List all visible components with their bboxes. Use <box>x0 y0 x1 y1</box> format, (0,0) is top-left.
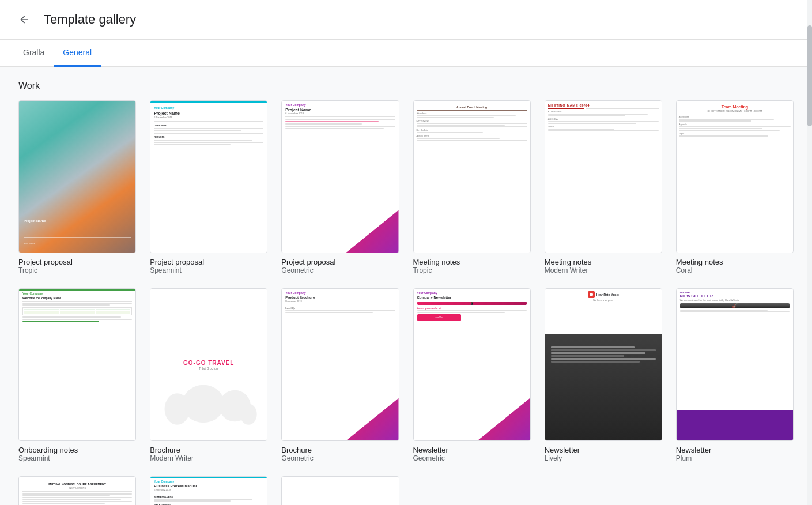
template-thumb: GO-GO TRAVEL Tribal Brochure <box>150 288 267 441</box>
template-thumb: Team Meeting 30 SEPTEMBER 2018 | MONDAY … <box>676 100 794 253</box>
scrollbar-track <box>807 0 812 505</box>
scrollbar-thumb[interactable] <box>807 25 812 126</box>
template-name: Project proposal <box>281 258 399 266</box>
template-name: Newsletter <box>545 446 662 454</box>
template-sub: Geometric <box>413 454 531 462</box>
template-thumb: Project Name Your Name <box>18 100 136 253</box>
main-content: Work Project Name Your Name Project prop… <box>0 67 812 505</box>
template-name: Project proposal <box>18 258 136 266</box>
template-thumb: Consulting Agreement Template <box>281 476 399 505</box>
template-thumb: Annual Board Meeting Attendees Key Revie… <box>413 100 531 253</box>
template-meeting-notes-tropic[interactable]: Annual Board Meeting Attendees Key Revie… <box>413 100 531 274</box>
template-sub: Geometric <box>281 266 399 274</box>
template-name: Brochure <box>281 446 399 454</box>
template-name: Newsletter <box>413 446 531 454</box>
template-thumb: Your Company Business Process Manual 6 F… <box>150 476 267 505</box>
template-thumb: MEETING NAME 09/04 ATTENDEES AGENDA TOPI… <box>545 100 662 253</box>
template-meeting-notes-modern[interactable]: MEETING NAME 09/04 ATTENDEES AGENDA TOPI… <box>545 100 662 274</box>
template-project-proposal-spearmint[interactable]: Your Company Project Name 6 November 201… <box>150 100 267 274</box>
template-thumb: Your Company Project Name 6 November 201… <box>281 100 399 253</box>
back-button[interactable] <box>14 9 35 30</box>
template-newsletter-lively[interactable]: HeartRate Music We have a surprise! <box>545 288 662 462</box>
template-thumb: Your Company Project Name 6 November 201… <box>150 100 267 253</box>
template-thumb: Your Company Product Brochure November 2… <box>281 288 399 441</box>
back-icon <box>18 14 30 25</box>
template-consulting[interactable]: Consulting Agreement Template Consulting… <box>281 476 399 505</box>
template-thumb: MUTUAL NONDISCLOSURE AGREEMENT INSTRUCTI… <box>18 476 136 505</box>
template-name: Onboarding notes <box>18 446 136 454</box>
template-brochure-modern[interactable]: GO-GO TRAVEL Tribal Brochure Brochur <box>150 288 267 462</box>
svg-point-1 <box>183 385 225 423</box>
template-name: Meeting notes <box>413 258 531 266</box>
template-nda[interactable]: MUTUAL NONDISCLOSURE AGREEMENT INSTRUCTI… <box>18 476 136 505</box>
template-sub: Geometric <box>281 454 399 462</box>
template-sub: Tropic <box>413 266 531 274</box>
template-name: Meeting notes <box>545 258 662 266</box>
templates-grid: Project Name Your Name Project proposal … <box>18 100 794 505</box>
tabs-bar: Gralla General <box>0 40 812 67</box>
template-thumb: Your Company Company Newsletter 📱 Lorem … <box>413 288 531 441</box>
template-name: Project proposal <box>150 258 267 266</box>
template-sub: Tropic <box>18 266 136 274</box>
template-name: Newsletter <box>676 446 794 454</box>
template-name: Meeting notes <box>676 258 794 266</box>
template-sub: Modern Writer <box>545 266 662 274</box>
template-meeting-notes-coral[interactable]: Team Meeting 30 SEPTEMBER 2018 | MONDAY … <box>676 100 794 274</box>
template-name: Brochure <box>150 446 267 454</box>
header: Template gallery <box>0 0 812 40</box>
template-thumb: Your Company Welcome to Company Name <box>18 288 136 441</box>
tab-gralla[interactable]: Gralla <box>14 40 54 67</box>
template-sub: Modern Writer <box>150 454 267 462</box>
template-sub: Coral <box>676 266 794 274</box>
template-sub: Spearmint <box>150 266 267 274</box>
template-onboarding-notes[interactable]: Your Company Welcome to Company Name <box>18 288 136 462</box>
template-newsletter-plum[interactable]: Our Real NEWSLETTER We are nominated for… <box>676 288 794 462</box>
section-work-title: Work <box>18 81 794 91</box>
template-sub: Plum <box>676 454 794 462</box>
template-brochure-geometric[interactable]: Your Company Product Brochure November 2… <box>281 288 399 462</box>
template-sub: Spearmint <box>18 454 136 462</box>
page-title: Template gallery <box>44 12 136 27</box>
template-project-proposal-geometric[interactable]: Your Company Project Name 6 November 201… <box>281 100 399 274</box>
tab-general[interactable]: General <box>54 40 101 67</box>
template-thumb: HeartRate Music We have a surprise! <box>545 288 662 441</box>
template-project-proposal-tropic[interactable]: Project Name Your Name Project proposal … <box>18 100 136 274</box>
template-sub: Lively <box>545 454 662 462</box>
template-newsletter-geometric[interactable]: Your Company Company Newsletter 📱 Lorem … <box>413 288 531 462</box>
template-thumb: Our Real NEWSLETTER We are nominated for… <box>676 288 794 441</box>
template-business-process[interactable]: Your Company Business Process Manual 6 F… <box>150 476 267 505</box>
svg-point-3 <box>240 404 257 425</box>
